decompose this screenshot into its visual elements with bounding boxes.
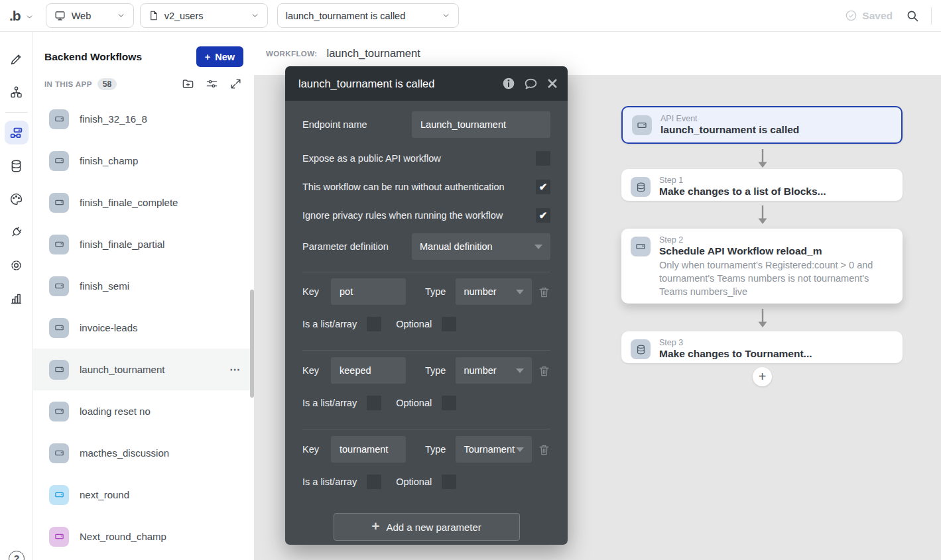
database-icon [631, 177, 651, 197]
expand-icon[interactable] [229, 78, 242, 90]
api-event-icon [49, 527, 69, 547]
rail-item-logs[interactable] [0, 282, 33, 315]
delete-parameter-icon[interactable] [538, 364, 550, 377]
filter-icon[interactable] [206, 78, 218, 90]
param-type-select[interactable]: number [456, 357, 532, 384]
workflow-list-item[interactable]: macthes_discussion [33, 432, 254, 474]
param-key-input[interactable] [331, 357, 406, 384]
chevron-down-icon [516, 290, 524, 294]
left-icon-rail: ? [0, 32, 33, 560]
workflow-list-item[interactable]: finish_finale_partial [33, 223, 254, 265]
param-type-select[interactable]: number [456, 278, 532, 305]
rail-item-styles[interactable] [0, 182, 33, 215]
param-type-select[interactable]: Tournament [456, 436, 532, 463]
chevron-down-icon [251, 11, 259, 20]
endpoint-name-input[interactable] [412, 111, 550, 138]
rail-item-data[interactable] [0, 149, 33, 182]
parameter-definition-select[interactable]: Manual definition [412, 233, 550, 260]
rail-item-settings[interactable] [0, 249, 33, 282]
workflow-list-item[interactable]: finish_finale_complete [33, 182, 254, 223]
event-properties-modal: launch_tournament is called Endpoint nam… [285, 66, 568, 545]
workflow-list-item[interactable]: finish_semi [33, 265, 254, 307]
topbar-divider [931, 7, 932, 25]
saved-status: Saved [845, 9, 893, 22]
scope-label: IN THIS APP [44, 80, 92, 88]
rail-item-plugins[interactable] [0, 215, 33, 249]
plus-icon: + [371, 518, 379, 534]
bubble-logo[interactable]: .b [9, 8, 21, 24]
api-event-card[interactable]: API Event launch_tournament is called [621, 106, 903, 144]
api-event-icon [49, 109, 69, 129]
modal-header[interactable]: launch_tournament is called [285, 66, 568, 101]
param-key-input[interactable] [331, 278, 406, 305]
chevron-down-icon [534, 245, 542, 249]
workflow-list-item[interactable]: Next_round_champ [33, 516, 254, 557]
is-list-checkbox[interactable] [367, 317, 381, 331]
expose-api-checkbox[interactable] [536, 151, 550, 166]
workflows-sidebar: Backend Workflows + New IN THIS APP 58 f… [33, 32, 254, 560]
optional-checkbox[interactable] [442, 475, 456, 489]
workflow-list: finish_32_16_8 finish_champ finish_final… [33, 98, 254, 557]
step-condition: Only when tournament's Registered:count … [659, 258, 893, 298]
is-list-checkbox[interactable] [367, 396, 381, 410]
no-auth-checkbox[interactable]: ✔ [536, 180, 550, 194]
workflow-list-item[interactable]: loading reset no [33, 390, 254, 432]
param-key-input[interactable] [331, 436, 406, 463]
comment-icon[interactable] [524, 77, 538, 91]
delete-parameter-icon[interactable] [538, 286, 550, 298]
workflow-list-item[interactable]: invoice-leads [33, 307, 254, 349]
step-2-card[interactable]: Step 2 Schedule API Workflow reload_m On… [621, 229, 903, 304]
add-parameter-button[interactable]: + Add a new parameter [334, 513, 520, 541]
api-event-icon [49, 276, 69, 296]
step-3-card[interactable]: Step 3 Make changes to Tournament... [621, 331, 903, 363]
api-event-icon [631, 237, 651, 256]
info-icon[interactable] [502, 77, 515, 90]
workflow-list-item[interactable]: next_round [33, 474, 254, 516]
platform-select[interactable]: Web [46, 3, 134, 28]
page-select[interactable]: v2_users [140, 3, 268, 28]
rail-divider [5, 112, 28, 113]
chevron-down-icon[interactable] [25, 13, 34, 21]
api-event-icon [49, 193, 69, 213]
close-icon[interactable] [546, 78, 558, 89]
workflow-name: launch_tournament [326, 47, 420, 60]
optional-checkbox[interactable] [442, 317, 456, 331]
workflow-count-badge: 58 [97, 78, 117, 90]
ignore-privacy-checkbox[interactable]: ✔ [536, 208, 550, 223]
item-menu-button[interactable]: ⋯ [225, 363, 245, 376]
api-event-icon [49, 235, 69, 254]
chevron-down-icon [442, 11, 450, 20]
rail-item-backend-workflows[interactable] [0, 116, 33, 149]
workflow-list-item[interactable]: finish_champ [33, 140, 254, 182]
check-circle-icon [845, 9, 857, 22]
add-step-button[interactable]: + [753, 367, 772, 386]
api-event-icon [49, 151, 69, 171]
rail-item-design[interactable] [0, 42, 33, 76]
workflow-label: WORKFLOW: [266, 50, 317, 58]
search-icon[interactable] [906, 9, 919, 23]
api-event-icon [49, 360, 69, 380]
is-list-checkbox[interactable] [367, 475, 381, 489]
sitemap-icon [9, 85, 23, 99]
pencil-icon [9, 52, 23, 66]
delete-parameter-icon[interactable] [538, 443, 550, 456]
saved-status-label: Saved [862, 10, 893, 22]
rail-item-pages[interactable] [0, 76, 33, 109]
top-bar: .b Web v2_users launch_tournament is cal… [0, 0, 941, 32]
step-1-card[interactable]: Step 1 Make changes to a list of Blocks.… [621, 169, 903, 201]
help-icon[interactable]: ? [9, 551, 25, 560]
flow-arrow-icon [757, 308, 768, 328]
api-event-icon [49, 318, 69, 338]
workflow-list-item-selected[interactable]: launch_tournament ⋯ [33, 349, 254, 390]
sidebar-scrollbar[interactable] [250, 290, 254, 398]
modal-body: Endpoint name Expose as a public API wor… [285, 101, 568, 545]
plus-icon: + [205, 52, 210, 62]
optional-checkbox[interactable] [442, 396, 456, 410]
plus-icon: + [759, 369, 767, 384]
new-folder-icon[interactable] [182, 78, 194, 90]
workflow-list-item[interactable]: finish_32_16_8 [33, 98, 254, 140]
workflow-select[interactable]: launch_tournament is called [277, 3, 459, 28]
new-workflow-button[interactable]: + New [196, 46, 243, 67]
chevron-down-icon [117, 11, 125, 20]
api-event-icon [49, 402, 69, 421]
